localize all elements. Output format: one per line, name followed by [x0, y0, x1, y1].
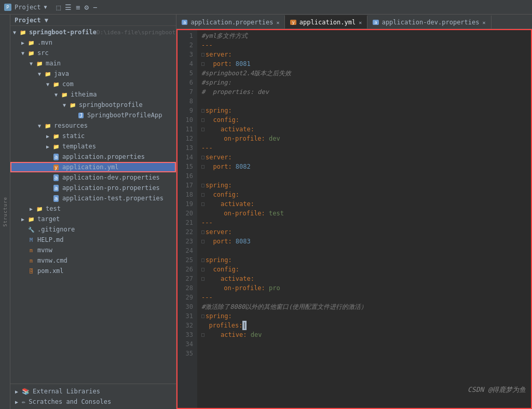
- external-libraries-item[interactable]: ▶ 📚 External Libraries: [10, 386, 176, 397]
- sidebar-item-com[interactable]: ▼📁com: [10, 79, 176, 89]
- toolbar-icon-4[interactable]: ⚙: [84, 3, 88, 11]
- code-keyval-key: port:: [206, 162, 236, 171]
- code-line-8: [201, 97, 528, 106]
- sidebar-item-main[interactable]: ▼📁main: [10, 58, 176, 69]
- title-bar: P Project ▼ ⬚ ☰ ≡ ⚙ −: [0, 0, 532, 15]
- project-label[interactable]: Project: [15, 4, 41, 11]
- line-number-19: 19: [176, 199, 197, 209]
- fold-indicator[interactable]: □: [201, 227, 204, 237]
- fold-indicator[interactable]: □: [201, 181, 204, 190]
- code-key: spring:: [206, 311, 232, 321]
- tab-application.yml[interactable]: yapplication.yml✕: [285, 15, 367, 29]
- item-label-mvn: .mvn: [37, 39, 52, 46]
- code-line-30: #激活除了8080以外的其他窗口(使用配置文件进行的激活）: [201, 302, 528, 311]
- tab-close-button[interactable]: ✕: [276, 20, 279, 25]
- sidebar-header: Project ▼: [10, 15, 176, 26]
- sidebar-item-application-test.properties[interactable]: aapplication-test.properties: [10, 193, 176, 203]
- code-line-1: #yml多文件方式: [201, 31, 528, 40]
- code-key-indent: config:: [213, 190, 239, 199]
- item-label-SpringbootProfileApp: SpringbootProfileApp: [87, 112, 162, 119]
- item-label-.gitignore: .gitignore: [37, 226, 75, 233]
- code-line-6: #spring:: [201, 78, 528, 87]
- sidebar-item-src[interactable]: ▼📁src: [10, 48, 176, 58]
- scratches-item[interactable]: ▶ ✏ Scratches and Consoles: [10, 397, 176, 407]
- toolbar-icon-5[interactable]: −: [93, 3, 97, 11]
- item-label-application-pro.properties: application-pro.properties: [62, 184, 160, 192]
- file-icon-templates: 📁: [52, 142, 60, 151]
- code-line-27: □ activate:: [201, 274, 528, 283]
- sidebar-item-springbootprofile[interactable]: ▼📁springbootprofile: [10, 100, 176, 110]
- code-indent2: [206, 125, 221, 134]
- line-number-4: 4: [176, 59, 197, 69]
- tab-close-button[interactable]: ✕: [483, 20, 486, 25]
- sidebar-item-mvnw.cmd[interactable]: mmvnw.cmd: [10, 255, 176, 266]
- sidebar-item-resources[interactable]: ▼📁resources: [10, 120, 176, 131]
- code-key-indent2: activate:: [221, 125, 254, 134]
- code-keyval-val: 8083: [236, 237, 251, 246]
- code-keyval-val: test: [269, 209, 284, 218]
- line-number-24: 24: [176, 246, 197, 255]
- dropdown-arrow[interactable]: ▼: [44, 4, 47, 10]
- sidebar-item-pom.xml[interactable]: 🗄pom.xml: [10, 266, 176, 276]
- code-content[interactable]: #yml多文件方式---□server:□ port: 8081#springb…: [197, 29, 532, 409]
- file-icon-root: 📁: [19, 28, 27, 36]
- project-header-label[interactable]: Project ▼: [15, 17, 48, 24]
- line-number-22: 22: [176, 227, 197, 237]
- sidebar: Project ▼ ▼📁springboot-profile D:\idea-f…: [10, 15, 176, 409]
- sidebar-item-application-dev.properties[interactable]: aapplication-dev.properties: [10, 172, 176, 183]
- item-label-pom.xml: pom.xml: [37, 267, 64, 275]
- fold-indicator[interactable]: □: [201, 255, 204, 265]
- fold-line: □: [201, 265, 204, 274]
- code-editor[interactable]: 1234567891011121314151617181920212223242…: [176, 29, 532, 409]
- sidebar-item-.gitignore[interactable]: 🔧.gitignore: [10, 224, 176, 235]
- fold-indicator[interactable]: □: [201, 106, 204, 115]
- external-libraries-label: External Libraries: [33, 388, 100, 395]
- item-label-src: src: [37, 49, 49, 57]
- tab-application.properties[interactable]: aapplication.properties✕: [176, 15, 285, 29]
- tab-close-button[interactable]: ✕: [359, 20, 362, 25]
- file-icon-application.yml: y: [52, 163, 60, 171]
- tree-arrow: ▼: [60, 102, 69, 108]
- item-label-root: springboot-profile: [29, 29, 97, 36]
- sidebar-item-mvn[interactable]: ▶📁.mvn: [10, 37, 176, 48]
- sidebar-item-static[interactable]: ▶📁static: [10, 131, 176, 141]
- toolbar-icon-3[interactable]: ≡: [76, 3, 80, 11]
- toolbar-icon-1[interactable]: ⬚: [57, 3, 61, 11]
- item-label-application-dev.properties: application-dev.properties: [62, 174, 160, 181]
- line-number-13: 13: [176, 143, 197, 153]
- item-label-templates: templates: [62, 143, 96, 150]
- sidebar-item-templates[interactable]: ▶📁templates: [10, 141, 176, 152]
- file-icon-java: 📁: [44, 70, 52, 78]
- sidebar-item-application.yml[interactable]: yapplication.yml: [10, 162, 176, 172]
- tree-arrow: ▼: [10, 30, 19, 35]
- tree-arrow: ▶: [27, 206, 35, 212]
- code-keyval-key: active:: [206, 330, 251, 339]
- sidebar-item-target[interactable]: ▶📁target: [10, 214, 176, 224]
- line-number-21: 21: [176, 218, 197, 227]
- sidebar-item-HELP.md[interactable]: MHELP.md: [10, 235, 176, 245]
- fold-indicator[interactable]: □: [201, 50, 204, 59]
- file-tree[interactable]: ▼📁springboot-profile D:\idea-file\spring…: [10, 26, 176, 384]
- fold-indicator[interactable]: □: [201, 311, 204, 321]
- tab-application-dev.properties[interactable]: aapplication-dev.properties✕: [367, 15, 491, 29]
- line-number-8: 8: [176, 97, 197, 106]
- sidebar-item-application-pro.properties[interactable]: aapplication-pro.properties: [10, 183, 176, 193]
- code-line-4: □ port: 8081: [201, 59, 528, 69]
- toolbar-icon-2[interactable]: ☰: [65, 3, 72, 11]
- line-number-6: 6: [176, 78, 197, 87]
- sidebar-item-SpringbootProfileApp[interactable]: JSpringbootProfileApp: [10, 110, 176, 120]
- sidebar-item-mvnw[interactable]: mmvnw: [10, 245, 176, 255]
- fold-indicator[interactable]: □: [201, 153, 204, 162]
- line-number-23: 23: [176, 237, 197, 246]
- line-number-26: 26: [176, 265, 197, 274]
- fold-line: □: [201, 199, 204, 209]
- sidebar-item-java[interactable]: ▼📁java: [10, 69, 176, 79]
- sidebar-item-test[interactable]: ▶📁test: [10, 203, 176, 214]
- code-line-3: □server:: [201, 50, 528, 59]
- code-line-7: # properties: dev: [201, 87, 528, 97]
- sidebar-item-itheima[interactable]: ▼📁itheima: [10, 89, 176, 100]
- sidebar-item-application.properties[interactable]: aapplication.properties: [10, 152, 176, 162]
- code-line-28: on-profile: pro: [201, 283, 528, 293]
- code-line-23: □ port: 8083: [201, 237, 528, 246]
- sidebar-item-root[interactable]: ▼📁springboot-profile D:\idea-file\spring…: [10, 27, 176, 37]
